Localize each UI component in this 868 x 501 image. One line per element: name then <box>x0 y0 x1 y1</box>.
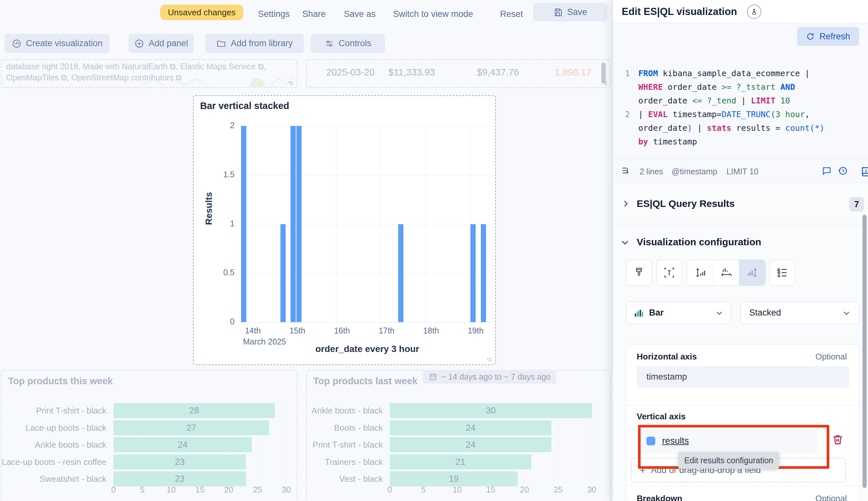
y-gridline <box>240 175 494 175</box>
lens-icon <box>12 39 21 49</box>
panel-resize-handle[interactable] <box>487 358 492 362</box>
editor-limit: LIMIT 10 <box>727 160 758 183</box>
horizontal-axis-settings-button[interactable] <box>713 260 739 285</box>
visualization-configuration-accordion[interactable]: Visualization configuration <box>613 224 868 259</box>
code-line[interactable]: order_date) | stats results = count(*) <box>620 121 862 135</box>
bar: 23 <box>114 471 246 486</box>
x-tick-label: 0 <box>106 485 121 494</box>
esql-query-results-accordion[interactable]: ES|QL Query Results 7 <box>613 183 868 224</box>
category-label: Sweatshirt - black <box>2 471 106 486</box>
y-tick-label: 0 <box>215 317 235 326</box>
refresh-button[interactable]: Refresh <box>797 27 859 46</box>
settings-button[interactable]: Settings <box>258 0 290 28</box>
x-tick-label: 10 <box>164 485 178 494</box>
refresh-icon <box>806 32 815 41</box>
map-attribution-line1[interactable]: database right 2018, Made with NaturalEa… <box>6 62 266 72</box>
flyout-header: Edit ES|QL visualization <box>613 0 868 23</box>
chart-type-dropdown[interactable]: Bar <box>626 301 731 324</box>
refresh-label: Refresh <box>819 32 850 42</box>
code-line[interactable]: order_date <= ?_tend | LIMIT 10 <box>620 94 862 108</box>
metrics-table-panel: 2025-03-20 $11,333.93 $9,437.76 1,896.17 <box>306 59 611 88</box>
x-tick-label: 20 <box>517 485 532 494</box>
table-cell-cost: $9,437.76 <box>477 67 519 78</box>
visualization-configuration-title: Visualization configuration <box>637 224 761 259</box>
chevron-down-icon <box>842 309 851 317</box>
bar[interactable] <box>290 126 296 322</box>
category-label: Lace-up boots - resin coffee <box>2 455 106 469</box>
switch-to-view-mode-button[interactable]: Switch to view mode <box>393 0 473 28</box>
panel-resize-handle[interactable] <box>288 81 293 85</box>
query-results-title: ES|QL Query Results <box>637 183 735 224</box>
results-field-link[interactable]: results <box>662 428 689 454</box>
bar[interactable] <box>280 224 286 322</box>
code-line[interactable]: 1FROM kibana_sample_data_ecommerce | <box>620 67 862 81</box>
x-tick-label: 25 <box>250 485 265 494</box>
vertical-axis-label: Vertical axis <box>637 412 685 422</box>
this-week-chart: 051015202530Print T-shirt - black28Lace-… <box>2 371 297 501</box>
save-as-button[interactable]: Save as <box>344 0 376 28</box>
x-tick-label: 10 <box>450 485 464 494</box>
esql-code-editor[interactable]: 1FROM kibana_sample_data_ecommerce |WHER… <box>613 54 868 159</box>
breakdown-label: Breakdown <box>637 493 682 501</box>
bar: 23 <box>114 455 246 469</box>
bar[interactable] <box>241 126 246 322</box>
x-tick-label: 17th <box>370 326 403 335</box>
query-history-icon[interactable] <box>838 166 848 176</box>
reset-button[interactable]: Reset <box>500 0 523 28</box>
legend-settings-button[interactable] <box>769 259 795 286</box>
bar-value-label: 23 <box>114 455 246 469</box>
bar[interactable] <box>296 126 302 322</box>
bar: 19 <box>390 471 518 486</box>
bar[interactable] <box>481 224 486 322</box>
y-gridline <box>240 224 494 224</box>
bar-value-label: 28 <box>114 403 275 418</box>
sliders-icon <box>324 39 334 49</box>
axis-configuration-card: Horizontal axis Optional timestamp Verti… <box>626 344 859 501</box>
top-products-this-week-panel: Top products this week 051015202530Print… <box>1 370 297 501</box>
controls-button[interactable]: Controls <box>311 34 385 53</box>
horizontal-axis-optional-hint: Optional <box>815 352 847 362</box>
x-gridline <box>425 126 426 322</box>
documentation-book-icon[interactable] <box>860 166 868 178</box>
text-labels-button[interactable] <box>656 259 682 286</box>
x-tick-label: 16th <box>326 326 358 335</box>
bar[interactable] <box>470 224 476 322</box>
y-tick-label: 1.5 <box>215 170 235 179</box>
x-gridline <box>592 401 592 484</box>
bar-value-label: 30 <box>390 403 592 418</box>
left-axis-settings-button-selected[interactable] <box>739 260 765 285</box>
share-button[interactable]: Share <box>302 0 326 28</box>
panel-resize-handle[interactable] <box>602 81 608 85</box>
table-scrollbar[interactable] <box>601 63 606 83</box>
horizontal-axis-field[interactable]: timestamp <box>637 366 849 387</box>
category-label: Trainers - black <box>307 455 383 469</box>
add-panel-button[interactable]: Add panel <box>129 34 194 53</box>
stack-mode-dropdown[interactable]: Stacked <box>740 301 859 324</box>
dashboard-area: Unsaved changes Settings Share Save as S… <box>0 0 613 501</box>
code-text: order_date) | stats results = count(*) <box>638 121 824 135</box>
feedback-comment-icon[interactable] <box>822 166 832 176</box>
line-number <box>620 94 630 108</box>
vertical-axis-field-row[interactable]: results <box>637 428 817 454</box>
add-from-library-button[interactable]: Add from library <box>205 34 304 53</box>
category-label: Ankle boots - black <box>2 437 106 452</box>
divider <box>626 405 860 405</box>
bar[interactable] <box>398 224 404 322</box>
flyout-scrollbar[interactable] <box>862 215 867 488</box>
text-select-icon <box>663 267 675 278</box>
remove-field-button[interactable] <box>831 433 846 447</box>
category-label: Ankle boots - black <box>307 403 383 418</box>
series-color-swatch[interactable] <box>646 437 655 445</box>
horizontal-axis-icon <box>720 267 732 278</box>
save-button[interactable]: Save <box>533 3 608 21</box>
create-visualization-button[interactable]: Create visualization <box>4 34 110 53</box>
code-line[interactable]: 2| EVAL timestamp=DATE_TRUNC(3 hour, <box>620 108 862 121</box>
bar: 24 <box>390 437 551 452</box>
code-line[interactable]: WHERE order_date >= ?_tstart AND <box>620 81 862 94</box>
vertical-axis-settings-button[interactable] <box>687 260 713 285</box>
appearance-paintbrush-button[interactable] <box>626 259 652 286</box>
plus-circle-icon <box>135 39 144 49</box>
code-line[interactable]: by timestamp <box>620 135 862 149</box>
bar-chart-type-icon <box>633 308 643 318</box>
vertical-axis-icon <box>694 267 706 278</box>
